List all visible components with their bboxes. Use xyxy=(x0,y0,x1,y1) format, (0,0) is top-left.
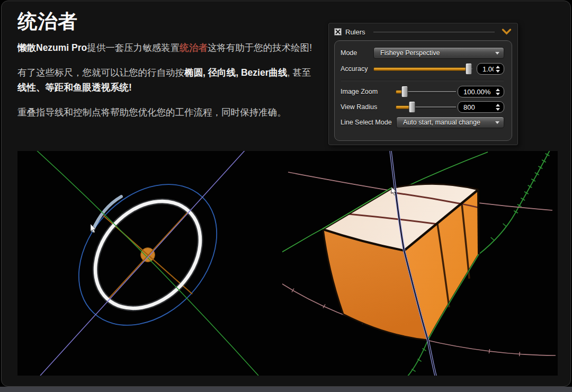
slider-fill xyxy=(373,67,469,71)
panel-title: Rulers xyxy=(345,28,365,36)
image-zoom-spinbox[interactable]: 100.00% xyxy=(458,86,504,97)
view-radius-slider[interactable] xyxy=(396,101,457,113)
green-guide-line xyxy=(35,151,258,376)
image-zoom-row: Image Zoom 100.00% xyxy=(341,86,504,97)
spinner-up-icon[interactable] xyxy=(496,66,500,68)
intro-paragraph-1: 懒散Nezumi Pro提供一套压力敏感装置统治者这将有助于您的技术绘图! xyxy=(17,40,317,55)
slider-handle[interactable] xyxy=(409,101,416,113)
dropdown-arrow-icon xyxy=(495,52,499,55)
rulers-settings-group: Mode Fisheye Perspective Accuracy 1.00 xyxy=(334,40,512,141)
chevron-down-icon[interactable] xyxy=(502,28,512,35)
line-select-mode-row: Line Select Mode Auto start, manual chan… xyxy=(341,117,504,128)
mode-row: Mode Fisheye Perspective xyxy=(341,47,504,59)
view-radius-row: View Radius 800 xyxy=(341,101,504,113)
header-divider xyxy=(373,32,495,32)
spinner-down-icon[interactable] xyxy=(496,93,500,95)
fisheye-cube-figure xyxy=(282,151,558,376)
intro-paragraph-2: 有了这些标尺，您就可以让您的行自动按椭圆, 径向线, Bezier曲线, 甚至线… xyxy=(17,65,317,95)
accuracy-spinbox[interactable]: 1.00 xyxy=(477,63,504,75)
line-select-mode-label: Line Select Mode xyxy=(341,119,396,126)
ellipse-ruler-figure xyxy=(17,151,282,376)
purple-guide-line xyxy=(40,151,246,376)
rulers-panel-header: Rulers xyxy=(329,23,517,40)
line-select-mode-dropdown[interactable]: Auto start, manual change xyxy=(396,117,504,128)
intro-paragraph-3: 重叠指导线和控制点将帮助您优化您的工作流程，同时保持准确。 xyxy=(17,105,317,120)
product-name: 懒散Nezumi Pro xyxy=(17,42,87,53)
rulers-link[interactable]: 统治者 xyxy=(180,42,208,53)
intro-section: 统治者 懒散Nezumi Pro提供一套压力敏感装置统治者这将有助于您的技术绘图… xyxy=(17,10,317,130)
spinner-up-icon[interactable] xyxy=(496,88,500,91)
view-radius-label: View Radius xyxy=(341,103,379,111)
ellipse-axis-line xyxy=(103,216,192,294)
rulers-panel: Rulers Mode Fisheye Perspective Accuracy xyxy=(328,23,518,145)
image-zoom-label: Image Zoom xyxy=(341,88,379,95)
group-separator xyxy=(341,80,504,81)
page-card: 统治者 懒散Nezumi Pro提供一套压力敏感装置统治者这将有助于您的技术绘图… xyxy=(1,1,571,387)
spinner-down-icon[interactable] xyxy=(496,70,500,73)
accuracy-slider[interactable] xyxy=(373,63,473,75)
slider-handle[interactable] xyxy=(466,63,472,75)
image-zoom-slider[interactable] xyxy=(396,86,457,97)
spinner-down-icon[interactable] xyxy=(496,108,500,111)
slider-handle[interactable] xyxy=(401,86,408,97)
page-title: 统治者 xyxy=(17,10,317,34)
accuracy-label: Accuracy xyxy=(341,65,369,73)
box-right-edge xyxy=(478,190,479,254)
mode-label: Mode xyxy=(341,49,373,57)
accuracy-row: Accuracy 1.00 xyxy=(341,63,504,75)
dropdown-arrow-icon xyxy=(495,121,499,124)
page-bottom-strip xyxy=(0,387,572,392)
spinner-up-icon[interactable] xyxy=(496,104,500,106)
x-checkbox-icon[interactable] xyxy=(334,28,342,35)
mode-dropdown[interactable]: Fisheye Perspective xyxy=(373,47,504,59)
view-radius-spinbox[interactable]: 800 xyxy=(458,101,504,113)
